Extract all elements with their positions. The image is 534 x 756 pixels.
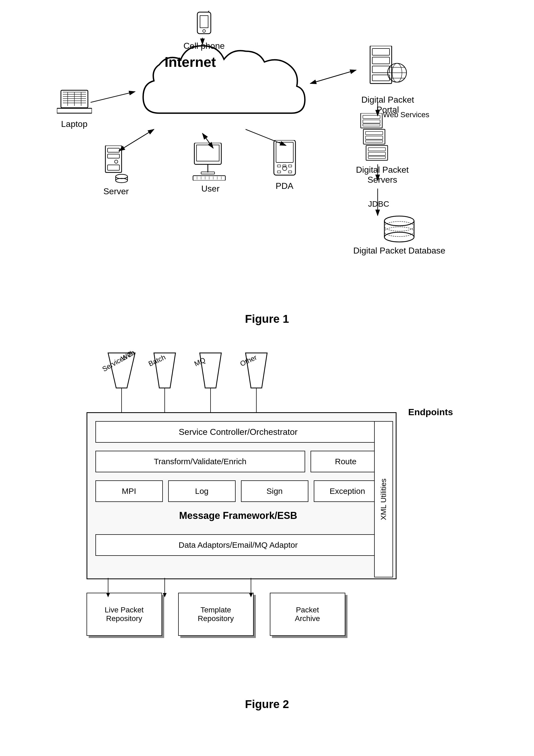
mpi-box: MPI	[96, 480, 163, 502]
figure2-container: Services 2 Web Batch MQ Other Endpoints …	[16, 350, 518, 727]
svg-rect-27	[57, 108, 92, 113]
svg-rect-56	[289, 171, 292, 173]
svg-rect-54	[289, 165, 292, 167]
svg-rect-58	[372, 48, 389, 55]
internet-label: Internet	[165, 54, 216, 70]
server-label: Server	[100, 186, 132, 197]
svg-point-31	[115, 160, 118, 163]
svg-rect-70	[363, 124, 380, 126]
service-controller-box: Service Controller/Orchestrator	[96, 421, 381, 443]
svg-rect-59	[372, 57, 389, 64]
figure2-diagram: Services 2 Web Batch MQ Other Endpoints …	[78, 350, 456, 695]
jdbc-label: JDBC	[368, 200, 389, 208]
cellphone-group: Cell phone	[183, 11, 225, 51]
svg-rect-30	[107, 154, 119, 158]
svg-rect-57	[370, 46, 392, 84]
funnels-svg: Services 2 Web Batch MQ Other	[92, 350, 348, 420]
svg-text:MQ: MQ	[193, 356, 207, 368]
svg-rect-38	[197, 145, 219, 161]
dp-servers-label: Digital Packet Servers	[356, 165, 409, 185]
service-controller-label: Service Controller/Orchestrator	[179, 427, 297, 437]
packet-archive: Packet Archive	[270, 593, 345, 636]
server-icon	[100, 146, 132, 183]
cellphone-icon	[193, 11, 215, 38]
tools-row: MPI Log Sign Exception	[96, 480, 381, 502]
svg-point-36	[116, 178, 127, 183]
figure2-caption: Figure 2	[16, 698, 518, 711]
repos-area: Live Packet Repository Template Reposito…	[87, 593, 383, 636]
svg-rect-55	[277, 171, 281, 173]
template-repo: Template Repository	[178, 593, 254, 636]
svg-rect-73	[366, 136, 383, 139]
route-box: Route	[311, 451, 381, 472]
svg-point-84	[384, 227, 414, 236]
laptop-label: Laptop	[57, 119, 92, 129]
laptop-icon	[57, 89, 92, 116]
transform-box: Transform/Validate/Enrich	[96, 451, 305, 472]
svg-point-83	[384, 222, 414, 231]
server-group: Server	[100, 146, 132, 197]
user-label: User	[192, 184, 229, 194]
page: Internet Cell phone	[0, 0, 534, 756]
database-icon	[380, 216, 418, 242]
svg-rect-29	[107, 148, 119, 152]
pda-label: PDA	[272, 181, 297, 191]
svg-rect-50	[276, 142, 293, 162]
svg-rect-72	[366, 131, 383, 135]
sign-box: Sign	[241, 480, 308, 502]
dp-database-group: Digital Packet Database	[353, 216, 446, 256]
database-label: Digital Packet Database	[353, 246, 446, 256]
cellphone-label: Cell phone	[183, 41, 225, 51]
svg-text:Batch: Batch	[147, 353, 167, 368]
svg-point-15	[203, 30, 206, 32]
funnels-area: Services 2 Web Batch MQ Other	[92, 350, 348, 420]
svg-rect-52	[277, 165, 281, 167]
svg-rect-69	[363, 120, 380, 123]
svg-point-79	[384, 216, 414, 226]
transform-row: Transform/Validate/Enrich Route	[96, 451, 381, 472]
svg-rect-68	[363, 115, 380, 119]
esb-label: Message Framework/ESB	[96, 510, 381, 521]
esb-main-box: Service Controller/Orchestrator Transfor…	[87, 412, 397, 579]
svg-rect-78	[368, 156, 385, 158]
svg-point-33	[116, 174, 127, 178]
live-packet-repo: Live Packet Repository	[87, 593, 162, 636]
pda-group: PDA	[272, 140, 297, 191]
figure1-caption: Figure 1	[16, 312, 518, 325]
svg-rect-14	[200, 15, 208, 28]
svg-rect-49	[274, 140, 295, 175]
xml-utilities-box: XML Utilities	[374, 421, 393, 578]
user-group: User	[192, 143, 229, 194]
figure1-container: Internet Cell phone	[16, 11, 518, 334]
figure1-diagram: Internet Cell phone	[51, 11, 483, 307]
xml-utilities-label: XML Utilities	[379, 478, 388, 520]
exception-box: Exception	[314, 480, 381, 502]
svg-point-82	[384, 232, 414, 242]
svg-rect-76	[368, 148, 385, 151]
portal-group: Digital Packet Portal	[361, 46, 414, 115]
svg-rect-60	[372, 66, 389, 73]
pda-icon	[272, 140, 297, 178]
adaptors-box: Data Adaptors/Email/MQ Adaptor	[96, 534, 381, 556]
svg-text:Other: Other	[239, 353, 258, 368]
portal-icon	[367, 46, 408, 92]
laptop-group: Laptop	[57, 89, 92, 129]
dp-servers-icon	[358, 113, 407, 162]
svg-rect-61	[372, 75, 389, 81]
svg-line-7	[310, 70, 356, 84]
svg-line-8	[310, 70, 356, 84]
user-icon	[192, 143, 229, 180]
svg-rect-77	[368, 152, 385, 155]
dp-servers-group: Digital Packet Servers	[356, 113, 409, 185]
log-box: Log	[168, 480, 236, 502]
svg-rect-32	[107, 165, 119, 170]
svg-rect-74	[366, 140, 383, 142]
endpoints-label: Endpoints	[408, 407, 453, 417]
